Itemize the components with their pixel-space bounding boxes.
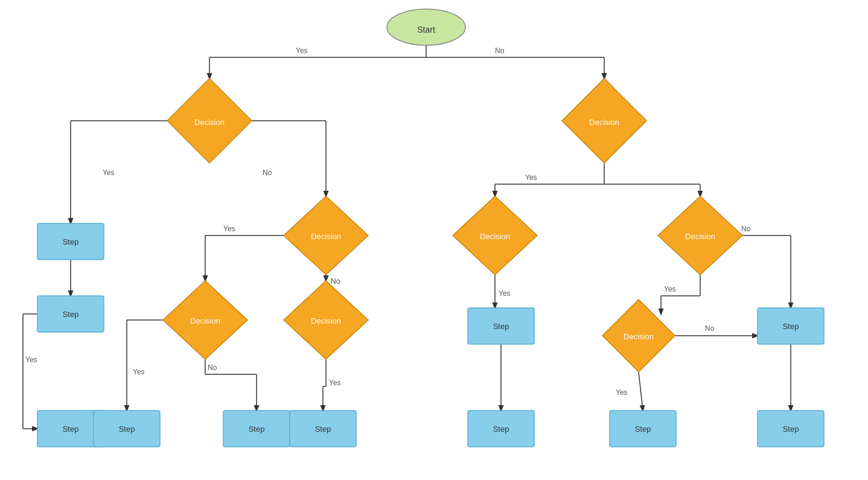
edge-label-yes1: Yes <box>296 46 308 55</box>
edge-label-yes7: Yes <box>525 173 537 182</box>
edge-label-yes10: Yes <box>616 388 628 397</box>
edge-label-no5: No <box>741 225 751 233</box>
edge-label-yes8: Yes <box>499 289 511 298</box>
svg-line-34 <box>639 372 643 411</box>
decision-1-label: Decision <box>194 118 225 127</box>
edge-label-yes6: Yes <box>329 379 341 387</box>
edge-label-no3: No <box>331 277 340 286</box>
edge-label-no6: No <box>705 324 715 333</box>
edge-label-no2: No <box>263 168 272 177</box>
decision-4-label: Decision <box>190 316 220 325</box>
step-7-label: Step <box>493 322 509 331</box>
step-10-label: Step <box>635 424 651 434</box>
flowchart: Yes No Yes No Yes Yes No Yes No Yes Yes … <box>0 0 868 480</box>
decision-7-label: Decision <box>685 232 715 241</box>
step-11-label: Step <box>783 424 799 434</box>
decision-5-label: Decision <box>311 316 341 325</box>
start-label: Start <box>417 25 435 34</box>
step-8-label: Step <box>493 424 509 434</box>
step-3-label: Step <box>63 424 79 434</box>
step-4-label: Step <box>119 424 135 434</box>
step-6-label: Step <box>315 424 331 434</box>
step-1-label: Step <box>63 237 79 246</box>
edge-label-yes3: Yes <box>25 356 37 364</box>
edge-label-no4: No <box>208 363 217 372</box>
step-5-label: Step <box>249 424 265 434</box>
edge-label-yes9: Yes <box>664 285 676 293</box>
edge-label-yes2: Yes <box>103 168 115 177</box>
edge-label-yes5: Yes <box>133 368 145 376</box>
step-2-label: Step <box>63 310 79 319</box>
decision-3-label: Decision <box>311 232 341 241</box>
edge-label-no1: No <box>495 46 505 55</box>
decision-2-label: Decision <box>589 118 619 127</box>
decision-6-label: Decision <box>480 232 510 241</box>
step-9-label: Step <box>783 322 799 331</box>
decision-8-label: Decision <box>624 332 654 341</box>
edge-label-yes4: Yes <box>223 225 235 233</box>
